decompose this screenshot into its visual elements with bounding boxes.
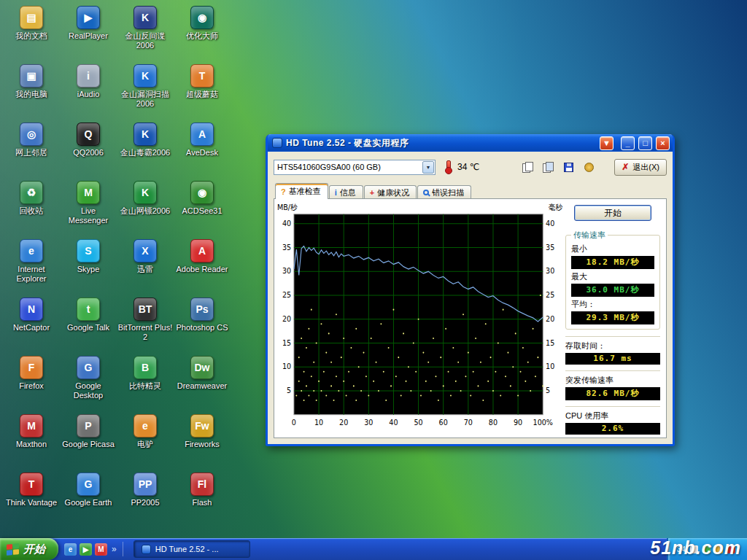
desktop-icon[interactable]: ▣我的电脑 [3,61,60,120]
taskbar-divider [123,542,123,556]
messenger-icon[interactable]: M [95,543,107,556]
maximize-button[interactable]: □ [638,136,652,150]
desktop-icon[interactable]: X迅雷 [117,236,174,295]
desktop-icon-label: iAudio [77,90,100,99]
desktop-icon[interactable]: K金山反间谍2006 [117,3,174,61]
svg-text:10: 10 [314,419,323,427]
desktop-icon[interactable]: TThink Vantage [3,470,60,528]
svg-text:35: 35 [546,243,554,251]
svg-text:5: 5 [546,386,550,394]
copy-image-button[interactable] [539,159,557,176]
app-icon: e [20,239,43,262]
desktop-icon[interactable]: AAdobe Reader [174,236,231,295]
copy-text-button[interactable] [519,159,537,176]
app-icon: Fl [190,472,214,496]
desktop-icon[interactable]: ♻回收站 [3,178,60,236]
svg-text:35: 35 [282,243,291,251]
app-icon: ▶ [77,6,100,29]
desktop-icon[interactable]: PsPhotoshop CS [174,295,231,353]
save-screenshot-button[interactable] [560,159,578,176]
desktop-icon[interactable]: K金山漏洞扫描2006 [117,61,174,120]
drive-select-value: HTS541060G9SA00 (60 GB) [277,163,422,171]
desktop-icon[interactable]: PGoogle Picasa [60,411,117,470]
desktop-icon[interactable]: FlFlash [174,470,231,528]
start-button[interactable]: 开始 [0,538,58,560]
svg-text:30: 30 [282,267,291,275]
tab-health[interactable]: +健康状况 [364,185,417,199]
quick-launch-chevron[interactable]: » [110,544,118,554]
desktop-icon[interactable]: ◎网上邻居 [3,120,60,178]
divider [565,336,660,338]
svg-text:20: 20 [546,315,554,323]
svg-text:20: 20 [339,419,348,427]
desktop-icon[interactable]: tGoogle Talk [60,295,117,353]
desktop-icon[interactable]: ▤我的文档 [3,3,60,61]
ie-icon[interactable]: e [64,543,77,556]
desktop-icon-label: 金山反间谍2006 [117,31,173,50]
tab-benchmark[interactable]: ?基准检查 [275,183,328,199]
desktop-icon[interactable]: GGoogle Desktop [60,353,117,411]
tab-scan[interactable]: 错误扫描 [417,185,471,199]
desktop-icon[interactable]: FFirefox [3,353,60,411]
desktop-icon[interactable]: GGoogle Earth [60,470,117,528]
ontop-arrow-button[interactable]: ▼ [600,136,614,150]
svg-text:90: 90 [514,419,522,427]
desktop-icon[interactable]: eInternet Explorer [3,236,60,295]
transfer-rate-group-label: 传输速率 [571,230,608,241]
desktop-icon[interactable]: MLive Messenger [60,178,117,236]
desktop-icon[interactable]: ◉ACDSee31 [174,178,231,236]
desktop-icon-label: 金山毒霸2006 [120,148,170,158]
app-icon: G [77,356,100,379]
desktop-icon-label: RealPlayer [69,31,108,41]
desktop-icon-label: 电驴 [137,440,153,449]
desktop-icon[interactable]: ▶RealPlayer [60,3,117,61]
desktop-icon[interactable]: SSkype [60,236,117,295]
desktop-icon[interactable]: ◉优化大师 [174,3,231,61]
chevron-down-icon[interactable]: ▼ [422,161,434,174]
drive-select[interactable]: HTS541060G9SA00 (60 GB) ▼ [274,160,436,175]
desktop-icon[interactable]: MMaxthon [3,411,60,470]
desktop-icon-label: ACDSee31 [182,206,222,216]
exit-button[interactable]: ✗ 退出(X) [614,159,667,176]
taskbar-task-hdtune[interactable]: HD Tune 2.52 - ... [133,540,250,558]
desktop-icon[interactable]: B比特精灵 [117,353,174,411]
desktop-icon-label: Dreamweaver [177,381,227,391]
desktop-icon[interactable]: T超级蘑菇 [174,61,231,120]
desktop-icon[interactable]: DwDreamweaver [174,353,231,411]
burst-rate-value: 82.6 MB/秒 [565,387,660,400]
exit-x-icon: ✗ [622,162,629,172]
desktop-icon[interactable]: PPPP2005 [117,470,174,528]
start-benchmark-button[interactable]: 开始 [574,205,651,221]
desktop-icon[interactable]: FwFireworks [174,411,231,470]
desktop-icon-label: 金山漏洞扫描2006 [117,90,173,108]
cpu-usage-label: CPU 使用率 [565,411,660,421]
hdtune-task-icon [142,545,151,554]
desktop-icon[interactable]: e电驴 [117,411,174,470]
svg-text:0: 0 [292,419,296,427]
desktop-icon-label: Internet Explorer [4,265,59,283]
media-player-icon[interactable]: ▶ [80,543,92,556]
desktop-icon[interactable]: BTBitTorrent Plus! 2 [117,295,174,353]
magnifier-icon [423,190,429,195]
desktop-icon-label: QQ2006 [73,148,104,158]
close-button[interactable]: × [656,136,670,150]
avg-value: 29.3 MB/秒 [571,311,654,324]
desktop-icon-label: 迅雷 [137,265,153,274]
desktop-icon-label: 我的电脑 [15,90,47,99]
desktop-icon[interactable]: K金山网镖2006 [117,178,174,236]
window-body: HTS541060G9SA00 (60 GB) ▼ 34 ℃ ✗ 退出(X) ?… [268,152,673,444]
desktop-icon[interactable]: AAveDesk [174,120,231,178]
min-label: 最小 [571,244,654,254]
tab-info[interactable]: i信息 [329,185,363,199]
minimize-button[interactable]: _ [621,136,635,150]
desktop-icon-label: Maxthon [16,440,47,449]
desktop-icon[interactable]: NNetCaptor [3,295,60,353]
options-button[interactable] [580,159,598,176]
desktop-icon[interactable]: iiAudio [60,61,117,120]
desktop-icon[interactable]: QQQ2006 [60,120,117,178]
window-titlebar[interactable]: HD Tune 2.52 - 硬盘实用程序 ▼ _ □ × [268,134,673,152]
desktop-icon-label: NetCaptor [13,323,50,332]
desktop-icon[interactable]: K金山毒霸2006 [117,120,174,178]
svg-text:40: 40 [546,219,554,228]
floppy-disk-icon [564,163,573,172]
